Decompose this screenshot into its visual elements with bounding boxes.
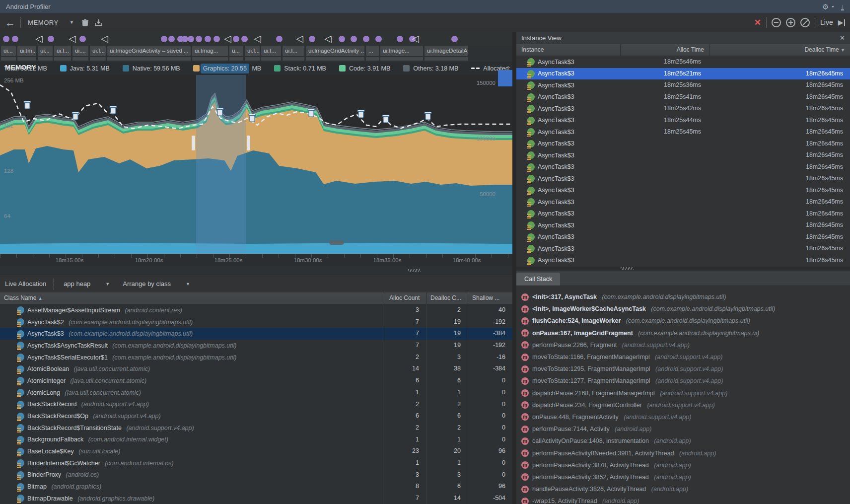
table-row[interactable]: Bitmap (android.graphics)8696 <box>0 481 512 493</box>
activity-event-triangle[interactable]: ◁ <box>69 32 76 45</box>
table-row[interactable]: AtomicLong (java.util.concurrent.atomic)… <box>0 387 512 399</box>
table-row[interactable]: AsyncTask$3 (com.example.android.display… <box>0 328 512 340</box>
call-stack-frame[interactable]: moveToState:1166, FragmentManagerImpl (a… <box>516 351 850 363</box>
zoom-in-button[interactable] <box>786 18 795 27</box>
activity-event-dot[interactable] <box>233 36 239 42</box>
instance-row[interactable]: AsyncTask$318m26s45ms <box>516 231 850 243</box>
instance-row[interactable]: AsyncTask$318m26s45ms <box>516 208 850 220</box>
splitter-horizontal[interactable] <box>0 266 512 275</box>
call-stack-frame[interactable]: onPause:167, ImageGridFragment (com.exam… <box>516 327 850 339</box>
splitter-horizontal[interactable] <box>516 267 850 271</box>
activity-event-dot[interactable] <box>276 36 283 42</box>
activity-event-dot[interactable] <box>363 36 369 42</box>
activity-event-dot[interactable] <box>309 36 315 42</box>
table-row[interactable]: AsyncTask$2 (com.example.android.display… <box>0 316 512 328</box>
activity-segment[interactable]: ui.I... <box>90 46 106 56</box>
table-row[interactable]: AsyncTask$AsyncTaskResult (com.example.a… <box>0 340 512 352</box>
activity-event-dot[interactable] <box>339 36 345 42</box>
call-stack-frame[interactable]: <init>, ImageWorker$CacheAsyncTask (com.… <box>516 303 850 315</box>
instance-row[interactable]: AsyncTask$318m25s21ms18m26s45ms <box>516 68 850 80</box>
instance-row[interactable]: AsyncTask$318m25s45ms18m26s45ms <box>516 126 850 138</box>
instance-row[interactable]: AsyncTask$318m25s44ms18m26s45ms <box>516 115 850 127</box>
zoom-out-button[interactable] <box>772 18 781 27</box>
activity-event-dot[interactable] <box>12 36 18 42</box>
settings-gear-icon[interactable]: ⚙ <box>822 3 829 10</box>
activity-event-triangle[interactable]: ◁ <box>35 32 43 45</box>
call-stack-frame[interactable]: performPauseActivity:3852, ActivityThrea… <box>516 471 850 483</box>
column-alloc-time[interactable]: Alloc Time <box>620 44 709 56</box>
call-stack-frame[interactable]: -wrap15, ActivityThread (android.app) <box>516 495 850 504</box>
call-stack-frame[interactable]: flushCache:524, ImageWorker (com.example… <box>516 315 850 327</box>
activity-event-dot[interactable] <box>48 36 54 42</box>
activity-segment[interactable]: ui.Imag... <box>192 46 228 56</box>
activity-event-dot[interactable] <box>375 36 382 42</box>
activity-segment[interactable]: u... <box>229 46 243 56</box>
activity-segment[interactable]: ui.ImageGridActivity – saved ... <box>107 46 191 56</box>
table-row[interactable]: BinderProxy (android.os)330 <box>0 469 512 481</box>
column-class-name[interactable]: Class Name ▲ <box>0 292 385 304</box>
activity-event-dot[interactable] <box>196 36 202 42</box>
instance-row[interactable]: AsyncTask$318m26s45ms <box>516 173 850 185</box>
splitter-grip[interactable] <box>621 267 634 270</box>
activity-segment[interactable]: ui.... <box>72 46 88 56</box>
call-stack-frame[interactable]: callActivityOnPause:1408, Instrumentatio… <box>516 435 850 447</box>
activity-event-dot[interactable] <box>188 36 194 42</box>
table-row[interactable]: BackgroundFallback (com.android.internal… <box>0 434 512 446</box>
export-heap-icon[interactable] <box>94 18 103 27</box>
table-row[interactable]: BinderInternal$GcWatcher (com.android.in… <box>0 457 512 469</box>
activity-event-dot[interactable] <box>397 36 403 42</box>
trash-icon[interactable] <box>81 18 89 27</box>
instance-row[interactable]: AsyncTask$318m26s45ms <box>516 149 850 161</box>
column-alloc-count[interactable]: Alloc Count <box>385 292 426 304</box>
call-stack-frame[interactable]: dispatchPause:2168, FragmentManagerImpl … <box>516 387 850 399</box>
call-stack-frame[interactable]: moveToState:1295, FragmentManagerImpl (a… <box>516 363 850 375</box>
activity-event-triangle[interactable]: ◁ <box>101 32 108 45</box>
back-arrow-icon[interactable]: ← <box>5 17 15 28</box>
instance-row[interactable]: AsyncTask$318m25s42ms18m26s45ms <box>516 103 850 115</box>
table-row[interactable]: BackStackRecord$TransitionState (android… <box>0 422 512 434</box>
call-stack-frame[interactable]: performPause:2266, Fragment (android.sup… <box>516 339 850 351</box>
table-row[interactable]: BitmapDrawable (android.graphics.drawabl… <box>0 493 512 504</box>
call-stack-frame[interactable]: moveToState:1277, FragmentManagerImpl (a… <box>516 375 850 387</box>
activity-segment[interactable]: ui.I... <box>283 46 304 56</box>
activity-event-dot[interactable] <box>3 36 9 42</box>
activity-event-dot[interactable] <box>213 36 220 42</box>
activity-segment[interactable]: ui.I... <box>261 46 281 56</box>
instance-row[interactable]: AsyncTask$318m26s45ms <box>516 255 850 267</box>
reset-zoom-button[interactable] <box>800 18 810 27</box>
activity-segment[interactable]: ui.I... <box>54 46 71 56</box>
call-stack-frame[interactable]: onPause:448, FragmentActivity (android.s… <box>516 411 850 423</box>
instance-row[interactable]: AsyncTask$318m26s45ms <box>516 161 850 173</box>
activity-segment[interactable]: ui... <box>38 46 53 56</box>
table-row[interactable]: AssetManager$AssetInputStream (android.c… <box>0 304 512 316</box>
instance-row[interactable]: AsyncTask$318m26s45ms <box>516 243 850 255</box>
activity-segment[interactable]: ui... <box>1 46 16 56</box>
heap-dropdown[interactable]: app heap ▼ <box>61 280 113 288</box>
activity-event-triangle[interactable]: ◁ <box>254 32 261 45</box>
instance-row[interactable]: AsyncTask$318m25s41ms18m26s45ms <box>516 91 850 103</box>
activity-event-dot[interactable] <box>79 36 86 42</box>
instance-row[interactable]: AsyncTask$318m26s45ms <box>516 185 850 197</box>
table-row[interactable]: AsyncTask$SerialExecutor$1 (com.example.… <box>0 352 512 363</box>
instance-row[interactable]: AsyncTask$318m26s45ms <box>516 138 850 150</box>
activity-event-dot[interactable] <box>168 36 175 42</box>
gear-dropdown-caret-icon[interactable]: ▾ <box>832 4 834 9</box>
chart-scrollbar-thumb[interactable] <box>329 240 344 245</box>
activity-event-triangle[interactable]: ◁ <box>296 32 303 45</box>
instance-row[interactable]: AsyncTask$318m26s45ms <box>516 196 850 208</box>
activity-segment[interactable]: ui.Image... <box>380 46 423 56</box>
activity-segment[interactable]: ... <box>366 46 379 56</box>
table-row[interactable]: BaseLocale$Key (sun.util.locale)232096 <box>0 445 512 457</box>
activity-event-dot[interactable] <box>205 36 211 42</box>
call-stack-frame[interactable]: performPauseActivity:3878, ActivityThrea… <box>516 459 850 471</box>
column-shallow-size[interactable]: Shallow ... <box>468 292 512 304</box>
table-row[interactable]: AtomicInteger (java.util.concurrent.atom… <box>0 375 512 387</box>
activity-event-triangle[interactable]: ◁ <box>224 32 231 45</box>
table-row[interactable]: AtomicBoolean (java.util.concurrent.atom… <box>0 363 512 375</box>
call-stack-frame[interactable]: <init>:317, AsyncTask (com.example.andro… <box>516 291 850 303</box>
activity-event-dot[interactable] <box>451 36 458 42</box>
activity-event-triangle[interactable]: ◁ <box>412 32 419 45</box>
instance-row[interactable]: AsyncTask$318m25s36ms18m26s45ms <box>516 79 850 91</box>
selection-left-handle[interactable] <box>192 136 195 150</box>
activity-segment[interactable]: ui.I... <box>245 46 260 56</box>
